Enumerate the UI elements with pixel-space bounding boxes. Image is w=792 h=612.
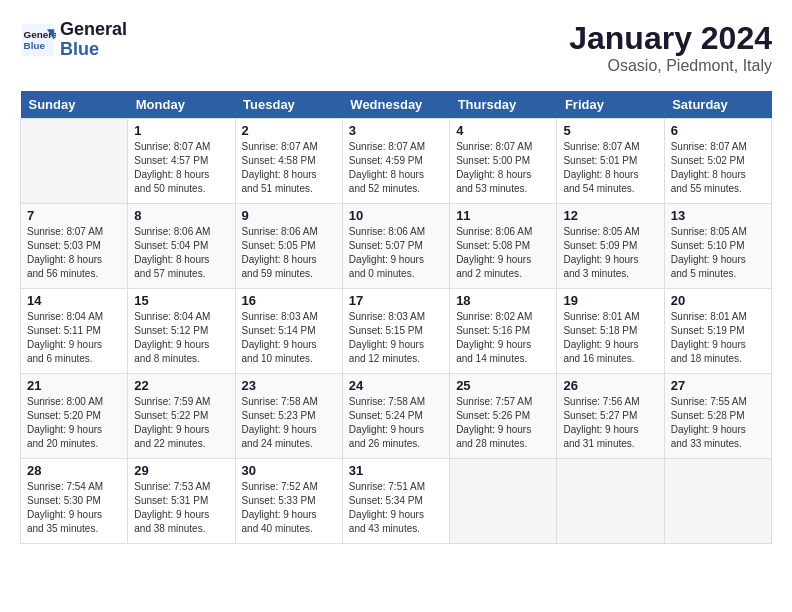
day-header-wednesday: Wednesday <box>342 91 449 119</box>
day-number: 25 <box>456 378 550 393</box>
calendar-cell <box>450 459 557 544</box>
day-number: 27 <box>671 378 765 393</box>
calendar-cell: 20Sunrise: 8:01 AM Sunset: 5:19 PM Dayli… <box>664 289 771 374</box>
calendar-cell: 11Sunrise: 8:06 AM Sunset: 5:08 PM Dayli… <box>450 204 557 289</box>
calendar-cell: 16Sunrise: 8:03 AM Sunset: 5:14 PM Dayli… <box>235 289 342 374</box>
day-number: 12 <box>563 208 657 223</box>
location: Osasio, Piedmont, Italy <box>569 57 772 75</box>
day-info: Sunrise: 8:04 AM Sunset: 5:11 PM Dayligh… <box>27 310 121 366</box>
day-number: 4 <box>456 123 550 138</box>
day-info: Sunrise: 8:07 AM Sunset: 5:02 PM Dayligh… <box>671 140 765 196</box>
day-number: 16 <box>242 293 336 308</box>
day-info: Sunrise: 8:07 AM Sunset: 4:59 PM Dayligh… <box>349 140 443 196</box>
day-header-thursday: Thursday <box>450 91 557 119</box>
day-info: Sunrise: 7:55 AM Sunset: 5:28 PM Dayligh… <box>671 395 765 451</box>
calendar-cell: 28Sunrise: 7:54 AM Sunset: 5:30 PM Dayli… <box>21 459 128 544</box>
day-number: 6 <box>671 123 765 138</box>
calendar-header: SundayMondayTuesdayWednesdayThursdayFrid… <box>21 91 772 119</box>
calendar-cell: 10Sunrise: 8:06 AM Sunset: 5:07 PM Dayli… <box>342 204 449 289</box>
calendar-cell: 8Sunrise: 8:06 AM Sunset: 5:04 PM Daylig… <box>128 204 235 289</box>
day-number: 8 <box>134 208 228 223</box>
calendar-cell: 27Sunrise: 7:55 AM Sunset: 5:28 PM Dayli… <box>664 374 771 459</box>
calendar-cell: 31Sunrise: 7:51 AM Sunset: 5:34 PM Dayli… <box>342 459 449 544</box>
page-header: General Blue General Blue January 2024 O… <box>20 20 772 75</box>
calendar-cell: 3Sunrise: 8:07 AM Sunset: 4:59 PM Daylig… <box>342 119 449 204</box>
day-info: Sunrise: 8:06 AM Sunset: 5:05 PM Dayligh… <box>242 225 336 281</box>
month-title: January 2024 <box>569 20 772 57</box>
day-info: Sunrise: 7:58 AM Sunset: 5:24 PM Dayligh… <box>349 395 443 451</box>
day-number: 2 <box>242 123 336 138</box>
day-info: Sunrise: 7:51 AM Sunset: 5:34 PM Dayligh… <box>349 480 443 536</box>
week-row-4: 21Sunrise: 8:00 AM Sunset: 5:20 PM Dayli… <box>21 374 772 459</box>
day-info: Sunrise: 7:59 AM Sunset: 5:22 PM Dayligh… <box>134 395 228 451</box>
day-info: Sunrise: 7:56 AM Sunset: 5:27 PM Dayligh… <box>563 395 657 451</box>
week-row-5: 28Sunrise: 7:54 AM Sunset: 5:30 PM Dayli… <box>21 459 772 544</box>
day-info: Sunrise: 8:07 AM Sunset: 5:01 PM Dayligh… <box>563 140 657 196</box>
day-number: 30 <box>242 463 336 478</box>
day-number: 19 <box>563 293 657 308</box>
logo-line2: Blue <box>60 40 127 60</box>
day-number: 29 <box>134 463 228 478</box>
calendar-cell: 30Sunrise: 7:52 AM Sunset: 5:33 PM Dayli… <box>235 459 342 544</box>
day-number: 10 <box>349 208 443 223</box>
header-row: SundayMondayTuesdayWednesdayThursdayFrid… <box>21 91 772 119</box>
calendar-cell: 14Sunrise: 8:04 AM Sunset: 5:11 PM Dayli… <box>21 289 128 374</box>
calendar-cell <box>21 119 128 204</box>
calendar-cell: 2Sunrise: 8:07 AM Sunset: 4:58 PM Daylig… <box>235 119 342 204</box>
day-info: Sunrise: 8:06 AM Sunset: 5:08 PM Dayligh… <box>456 225 550 281</box>
title-area: January 2024 Osasio, Piedmont, Italy <box>569 20 772 75</box>
day-info: Sunrise: 8:07 AM Sunset: 4:57 PM Dayligh… <box>134 140 228 196</box>
day-number: 11 <box>456 208 550 223</box>
day-info: Sunrise: 7:53 AM Sunset: 5:31 PM Dayligh… <box>134 480 228 536</box>
calendar-cell: 29Sunrise: 7:53 AM Sunset: 5:31 PM Dayli… <box>128 459 235 544</box>
day-info: Sunrise: 8:03 AM Sunset: 5:15 PM Dayligh… <box>349 310 443 366</box>
day-info: Sunrise: 7:54 AM Sunset: 5:30 PM Dayligh… <box>27 480 121 536</box>
calendar-cell: 17Sunrise: 8:03 AM Sunset: 5:15 PM Dayli… <box>342 289 449 374</box>
day-info: Sunrise: 8:07 AM Sunset: 5:03 PM Dayligh… <box>27 225 121 281</box>
day-info: Sunrise: 8:02 AM Sunset: 5:16 PM Dayligh… <box>456 310 550 366</box>
calendar-cell: 13Sunrise: 8:05 AM Sunset: 5:10 PM Dayli… <box>664 204 771 289</box>
calendar-cell: 12Sunrise: 8:05 AM Sunset: 5:09 PM Dayli… <box>557 204 664 289</box>
calendar-cell: 25Sunrise: 7:57 AM Sunset: 5:26 PM Dayli… <box>450 374 557 459</box>
calendar-cell: 21Sunrise: 8:00 AM Sunset: 5:20 PM Dayli… <box>21 374 128 459</box>
logo-line1: General <box>60 20 127 40</box>
day-number: 31 <box>349 463 443 478</box>
day-number: 3 <box>349 123 443 138</box>
day-info: Sunrise: 8:01 AM Sunset: 5:18 PM Dayligh… <box>563 310 657 366</box>
logo-text: General Blue <box>60 20 127 60</box>
calendar-cell: 6Sunrise: 8:07 AM Sunset: 5:02 PM Daylig… <box>664 119 771 204</box>
day-info: Sunrise: 8:07 AM Sunset: 5:00 PM Dayligh… <box>456 140 550 196</box>
day-number: 9 <box>242 208 336 223</box>
day-info: Sunrise: 8:03 AM Sunset: 5:14 PM Dayligh… <box>242 310 336 366</box>
day-number: 14 <box>27 293 121 308</box>
calendar-cell: 9Sunrise: 8:06 AM Sunset: 5:05 PM Daylig… <box>235 204 342 289</box>
day-number: 7 <box>27 208 121 223</box>
day-number: 24 <box>349 378 443 393</box>
day-info: Sunrise: 8:05 AM Sunset: 5:09 PM Dayligh… <box>563 225 657 281</box>
day-number: 17 <box>349 293 443 308</box>
day-info: Sunrise: 8:00 AM Sunset: 5:20 PM Dayligh… <box>27 395 121 451</box>
day-number: 23 <box>242 378 336 393</box>
day-number: 13 <box>671 208 765 223</box>
week-row-3: 14Sunrise: 8:04 AM Sunset: 5:11 PM Dayli… <box>21 289 772 374</box>
calendar-cell: 24Sunrise: 7:58 AM Sunset: 5:24 PM Dayli… <box>342 374 449 459</box>
day-number: 15 <box>134 293 228 308</box>
day-info: Sunrise: 7:52 AM Sunset: 5:33 PM Dayligh… <box>242 480 336 536</box>
day-number: 20 <box>671 293 765 308</box>
day-info: Sunrise: 7:57 AM Sunset: 5:26 PM Dayligh… <box>456 395 550 451</box>
day-info: Sunrise: 8:01 AM Sunset: 5:19 PM Dayligh… <box>671 310 765 366</box>
day-number: 5 <box>563 123 657 138</box>
calendar-cell <box>664 459 771 544</box>
calendar-cell: 22Sunrise: 7:59 AM Sunset: 5:22 PM Dayli… <box>128 374 235 459</box>
day-info: Sunrise: 8:05 AM Sunset: 5:10 PM Dayligh… <box>671 225 765 281</box>
week-row-1: 1Sunrise: 8:07 AM Sunset: 4:57 PM Daylig… <box>21 119 772 204</box>
calendar-cell: 19Sunrise: 8:01 AM Sunset: 5:18 PM Dayli… <box>557 289 664 374</box>
calendar-cell: 23Sunrise: 7:58 AM Sunset: 5:23 PM Dayli… <box>235 374 342 459</box>
day-info: Sunrise: 7:58 AM Sunset: 5:23 PM Dayligh… <box>242 395 336 451</box>
calendar-cell: 26Sunrise: 7:56 AM Sunset: 5:27 PM Dayli… <box>557 374 664 459</box>
calendar-cell: 7Sunrise: 8:07 AM Sunset: 5:03 PM Daylig… <box>21 204 128 289</box>
day-number: 18 <box>456 293 550 308</box>
day-number: 26 <box>563 378 657 393</box>
logo-icon: General Blue <box>20 22 56 58</box>
day-header-sunday: Sunday <box>21 91 128 119</box>
